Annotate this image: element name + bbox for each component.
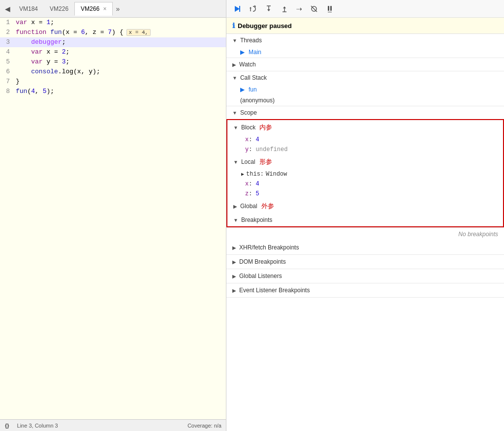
block-label: Block [241,124,255,131]
global-listeners-section[interactable]: ▶ Global Listeners [226,269,504,283]
breakpoints-section-header-inner[interactable]: ▼ Breakpoints [227,214,503,226]
call-stack-section: ▼ Call Stack ▶ fun (anonymous) [226,71,504,106]
svg-line-10 [311,6,317,12]
global-arrow-icon: ▶ [233,204,237,209]
step-over-button[interactable] [247,4,259,14]
svg-rect-12 [328,6,329,11]
info-icon: ℹ [232,22,235,30]
call-stack-arrow-icon: ▼ [232,75,237,81]
tooltip-badge: x = 4, [126,29,151,36]
scope-section: ▼ Scope ▼ Block 内参 x: 4 y: undefined [226,106,504,228]
dom-breakpoints-section[interactable]: ▶ DOM Breakpoints [226,255,504,269]
call-stack-anonymous-item[interactable]: (anonymous) [226,95,504,106]
step-out-button[interactable] [279,4,290,14]
scope-highlighted-box: ▼ Block 内参 x: 4 y: undefined ▼ Local 形 [226,119,504,227]
code-line-3: 3 debugger; [0,37,226,47]
global-listeners-label: Global Listeners [239,273,282,279]
coverage-info: Coverage: n/a [188,423,221,429]
block-chinese-label: 内参 [259,123,272,132]
code-line-5: 5 var y = 3; [0,57,226,67]
watch-section-header[interactable]: ▶ Watch [226,58,504,71]
call-stack-fun-item[interactable]: ▶ fun [226,84,504,95]
cursor-position: Line 3, Column 3 [17,423,58,429]
threads-arrow-icon: ▼ [232,38,237,43]
tab-vm266[interactable]: VM266 × [74,2,113,16]
local-z-item: z: 5 [227,189,503,199]
block-section-header[interactable]: ▼ Block 内参 [227,120,503,135]
block-arrow-icon: ▼ [233,125,238,130]
threads-label: Threads [240,37,262,44]
call-stack-fun-label: fun [249,86,257,93]
event-listener-breakpoints-section[interactable]: ▶ Event Listener Breakpoints [226,283,504,298]
breakpoints-label: Breakpoints [241,216,272,223]
global-chinese-label: 外参 [261,202,274,211]
tab-vm226[interactable]: VM226 [44,2,74,15]
resume-button[interactable] [231,4,243,14]
step-back-button[interactable]: ⇢ [294,4,304,14]
code-line-8: 8 fun(4, 5); [0,87,226,96]
local-label: Local [241,158,255,165]
main-thread-item[interactable]: ▶ Main [226,47,504,58]
event-listener-arrow-icon: ▶ [232,288,236,293]
debugger-panel: ℹ Debugger paused ▼ Threads ▶ Main ▶ Wat… [226,18,504,431]
global-section-header[interactable]: ▶ Global 外参 [227,199,503,214]
pause-on-exceptions-button[interactable] [324,4,336,14]
svg-rect-1 [239,6,240,12]
step-into-button[interactable] [263,4,275,14]
xhr-arrow-icon: ▶ [232,245,236,250]
watch-section: ▶ Watch [226,58,504,71]
svg-marker-8 [283,6,286,8]
global-label: Global [240,203,257,210]
breakpoints-arrow-icon: ▼ [233,217,238,223]
main-thread-label: Main [249,49,261,56]
code-line-2: 2 function fun(x = 6, z = 7) {x = 4, [0,28,226,37]
svg-marker-0 [235,6,240,12]
block-y-item: y: undefined [227,145,503,154]
nav-back-button[interactable]: ◀ [2,3,13,15]
main-thread-arrow-icon: ▶ [240,49,245,56]
xhr-breakpoints-section[interactable]: ▶ XHR/fetch Breakpoints [226,241,504,255]
no-breakpoints-text: No breakpoints [226,228,504,241]
local-arrow-icon: ▼ [233,159,238,165]
code-editor: 1 var x = 1; 2 function fun(x = 6, z = 7… [0,18,226,419]
code-line-6: 6 console.log(x, y); [0,67,226,77]
call-stack-label: Call Stack [240,74,267,81]
svg-rect-14 [328,12,332,12]
call-stack-fun-arrow-icon: ▶ [240,86,245,93]
watch-arrow-icon: ▶ [232,62,236,67]
scope-label: Scope [240,109,257,116]
call-stack-anon-label: (anonymous) [240,97,275,104]
svg-rect-13 [330,6,332,11]
call-stack-section-header[interactable]: ▼ Call Stack [226,71,504,84]
watch-label: Watch [239,61,256,68]
xhr-breakpoints-label: XHR/fetch Breakpoints [239,244,299,251]
debugger-paused-label: Debugger paused [238,22,292,30]
tab-close-icon[interactable]: × [103,5,106,12]
local-section-header[interactable]: ▼ Local 形参 [227,154,503,169]
deactivate-breakpoints-button[interactable] [308,4,320,14]
debugger-paused-header: ℹ Debugger paused [226,18,504,34]
brace-icon: {} [5,423,9,429]
local-x-item: x: 4 [227,179,503,189]
code-line-1: 1 var x = 1; [0,18,226,28]
threads-section: ▼ Threads ▶ Main [226,34,504,58]
code-line-7: 7 } [0,77,226,87]
tab-vm184[interactable]: VM184 [13,2,44,15]
local-this-item[interactable]: ▶ this: Window [227,169,503,179]
event-listener-label: Event Listener Breakpoints [239,287,310,294]
dom-breakpoints-label: DOM Breakpoints [239,258,286,265]
block-x-item: x: 4 [227,135,503,145]
threads-section-header[interactable]: ▼ Threads [226,34,504,47]
local-chinese-label: 形参 [259,157,272,166]
svg-marker-3 [250,7,252,8]
status-bar: {} Line 3, Column 3 Coverage: n/a [0,419,226,431]
dom-arrow-icon: ▶ [232,259,236,265]
svg-marker-5 [267,9,270,11]
scope-section-header[interactable]: ▼ Scope [226,106,504,119]
tab-more-button[interactable]: » [113,3,123,15]
global-listeners-arrow-icon: ▶ [232,274,236,279]
code-line-4: 4 var x = 2; [0,47,226,57]
local-this-arrow-icon: ▶ [241,171,244,177]
scope-arrow-icon: ▼ [232,110,237,116]
